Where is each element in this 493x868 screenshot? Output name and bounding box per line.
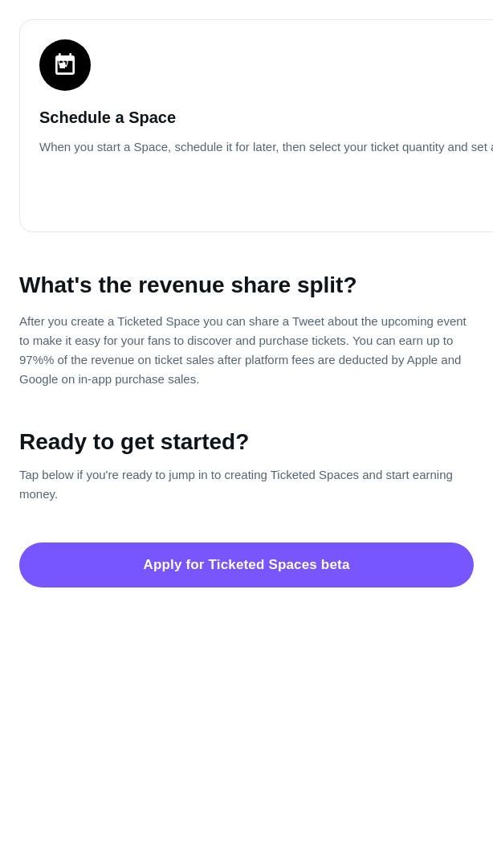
revenue-desc: After you create a Ticketed Space you ca… xyxy=(19,312,474,389)
ready-title: Ready to get started? xyxy=(19,428,474,456)
card-schedule-desc: When you start a Space, schedule it for … xyxy=(39,137,493,156)
card-schedule-space: Schedule a Space When you start a Space,… xyxy=(19,19,493,232)
apply-button[interactable]: Apply for Ticketed Spaces beta xyxy=(19,542,474,588)
calendar-clock-icon xyxy=(39,39,91,91)
ready-section: Ready to get started? Tap below if you'r… xyxy=(0,415,493,530)
cards-row: Schedule a Space When you start a Space,… xyxy=(0,0,493,232)
revenue-title: What's the revenue share split? xyxy=(19,271,474,299)
ready-desc: Tap below if you're ready to jump in to … xyxy=(19,465,474,504)
apply-btn-wrapper: Apply for Ticketed Spaces beta xyxy=(0,530,493,626)
card-schedule-title: Schedule a Space xyxy=(39,107,493,128)
revenue-section: What's the revenue share split? After yo… xyxy=(0,232,493,415)
